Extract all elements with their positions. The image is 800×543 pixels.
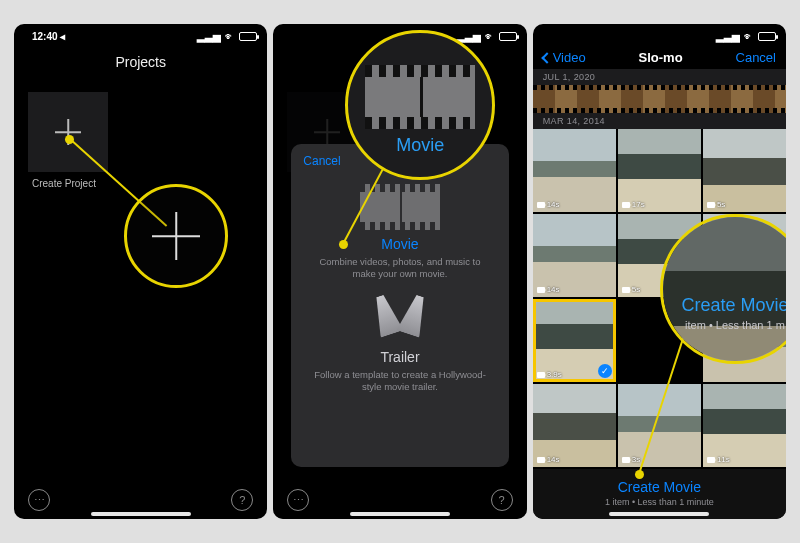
new-project-sheet: Cancel New Movie Combine videos, photos,… — [291, 144, 508, 467]
chevron-left-icon — [541, 52, 552, 63]
video-icon — [707, 202, 715, 208]
wifi-icon: ᯤ — [485, 31, 495, 42]
status-indicators: ▂▃▅ ᯤ — [197, 31, 257, 42]
status-indicators: ▂▃▅ ᯤ — [716, 31, 776, 42]
video-icon — [622, 457, 630, 463]
help-icon: ? — [499, 494, 505, 506]
create-project-label: Create Project — [32, 178, 267, 189]
more-icon: ⋯ — [293, 494, 304, 507]
help-icon: ? — [239, 494, 245, 506]
option-movie-desc: Combine videos, photos, and music to mak… — [311, 256, 488, 281]
clip-strip[interactable] — [533, 85, 786, 113]
status-time: 12:40 ◂ — [32, 31, 65, 42]
video-icon — [537, 372, 545, 378]
video-icon — [537, 287, 545, 293]
home-indicator[interactable] — [609, 512, 709, 516]
video-thumb[interactable]: 11s — [703, 384, 786, 467]
section-header: JUL 1, 2020 — [533, 69, 786, 85]
back-button[interactable]: Video — [543, 50, 586, 65]
duration-label: 17s — [632, 200, 645, 209]
video-thumb[interactable]: 5s — [703, 129, 786, 212]
duration-label: 14s — [547, 200, 560, 209]
help-button[interactable]: ? — [491, 489, 513, 511]
create-movie-button[interactable]: Create Movie — [533, 479, 786, 495]
media-grid: 14s 17s 5s 14s 5s 5s 3.9s ✓ 14s 3s 11s — [533, 129, 786, 467]
screen-media-picker: ▂▃▅ ᯤ Video Slo-mo Cancel JUL 1, 2020 MA… — [533, 24, 786, 519]
video-thumb[interactable] — [703, 299, 786, 382]
duration-label: 14s — [547, 285, 560, 294]
check-icon: ✓ — [598, 364, 612, 378]
wifi-icon: ᯤ — [225, 31, 235, 42]
video-icon — [707, 287, 715, 293]
video-thumb[interactable]: 14s — [533, 214, 616, 297]
signal-icon: ▂▃▅ — [716, 31, 740, 42]
video-thumb[interactable]: 14s — [533, 129, 616, 212]
create-project-tile[interactable] — [28, 92, 108, 172]
help-button[interactable]: ? — [231, 489, 253, 511]
signal-icon: ▂▃▅ — [197, 31, 221, 42]
duration-label: 5s — [632, 285, 640, 294]
option-trailer-desc: Follow a template to create a Hollywood-… — [311, 369, 488, 394]
cancel-button[interactable]: Cancel — [303, 154, 340, 168]
more-button[interactable]: ⋯ — [287, 489, 309, 511]
video-thumb[interactable]: 5s — [703, 214, 786, 297]
duration-label: 14s — [547, 455, 560, 464]
screen-projects: 12:40 ◂ ▂▃▅ ᯤ Projects Create Project ⋯ … — [14, 24, 267, 519]
home-indicator[interactable] — [350, 512, 450, 516]
video-icon — [537, 202, 545, 208]
video-icon — [622, 202, 630, 208]
status-bar: ▂▃▅ ᯤ — [533, 24, 786, 44]
home-indicator[interactable] — [91, 512, 191, 516]
video-thumb[interactable]: 5s — [618, 214, 701, 297]
sheet-title: New — [388, 154, 413, 168]
signal-icon: ▂▃▅ — [457, 31, 481, 42]
nav-bar: Video Slo-mo Cancel — [533, 44, 786, 69]
video-icon — [707, 457, 715, 463]
plus-icon — [55, 119, 81, 145]
callout-circle-plus — [124, 184, 228, 288]
video-thumb[interactable]: 3s — [618, 384, 701, 467]
battery-icon — [239, 32, 257, 41]
spotlight-icon — [370, 295, 430, 345]
more-icon: ⋯ — [34, 494, 45, 507]
duration-label: 11s — [717, 455, 730, 464]
video-thumb-preview[interactable] — [618, 299, 701, 382]
option-trailer[interactable]: Trailer Follow a template to create a Ho… — [303, 295, 496, 394]
section-header: MAR 14, 2014 — [533, 113, 786, 129]
duration-label: 3s — [632, 455, 640, 464]
duration-label: 3.9s — [547, 370, 562, 379]
video-thumb-selected[interactable]: 3.9s ✓ — [533, 299, 616, 382]
option-movie[interactable]: Movie Combine videos, photos, and music … — [303, 184, 496, 281]
page-title: Projects — [14, 44, 267, 84]
video-thumb[interactable]: 17s — [618, 129, 701, 212]
film-icon — [360, 184, 440, 230]
nav-title: Slo-mo — [639, 50, 683, 65]
wifi-icon: ᯤ — [744, 31, 754, 42]
screen-new-project: ▂▃▅ ᯤ Cancel New Movie Combine videos, p… — [273, 24, 526, 519]
duration-label: 5s — [717, 285, 725, 294]
status-bar: ▂▃▅ ᯤ — [273, 24, 526, 44]
video-thumb[interactable]: 14s — [533, 384, 616, 467]
more-button[interactable]: ⋯ — [28, 489, 50, 511]
battery-icon — [499, 32, 517, 41]
option-movie-title: Movie — [303, 236, 496, 252]
option-trailer-title: Trailer — [303, 349, 496, 365]
video-icon — [537, 457, 545, 463]
video-icon — [622, 287, 630, 293]
back-label: Video — [553, 50, 586, 65]
selection-summary: 1 item • Less than 1 minute — [533, 497, 786, 507]
status-bar: 12:40 ◂ ▂▃▅ ᯤ — [14, 24, 267, 44]
plus-icon — [152, 212, 200, 260]
status-indicators: ▂▃▅ ᯤ — [457, 31, 517, 42]
battery-icon — [758, 32, 776, 41]
duration-label: 5s — [717, 200, 725, 209]
cancel-button[interactable]: Cancel — [736, 50, 776, 65]
